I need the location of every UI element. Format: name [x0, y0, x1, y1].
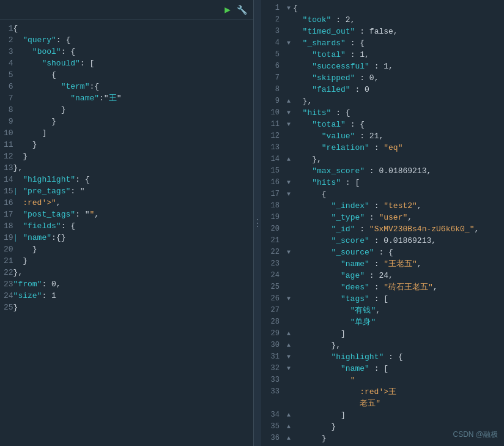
- right-code-line: 8 "failed" : 0: [261, 84, 504, 95]
- right-code-line: 6 "successful" : 1,: [261, 61, 504, 72]
- code-indent: [293, 154, 312, 165]
- line-number: 24: [261, 270, 284, 281]
- line-number: 31: [261, 351, 284, 363]
- right-code-line: 4▼ "_shards" : {: [261, 37, 504, 49]
- right-code-line: 2 "took" : 2,: [261, 14, 504, 26]
- line-number: 27: [261, 305, 284, 316]
- line-number: 15: [261, 165, 284, 177]
- fold-icon[interactable]: [284, 386, 293, 398]
- right-code-line: 33 ": [261, 374, 504, 386]
- fold-icon[interactable]: ▼: [284, 119, 293, 130]
- fold-icon[interactable]: ▼: [284, 177, 293, 188]
- right-code-line: 9▲ },: [261, 95, 504, 107]
- left-code-line: 25 }: [0, 302, 253, 313]
- fold-icon[interactable]: [284, 72, 293, 84]
- fold-icon[interactable]: [284, 26, 293, 37]
- code-indent: [293, 235, 331, 247]
- fold-icon[interactable]: [284, 281, 293, 293]
- line-number: 12: [261, 130, 284, 142]
- fold-icon[interactable]: ▲: [284, 340, 293, 351]
- line-number: 19: [261, 212, 284, 223]
- fold-icon[interactable]: [284, 316, 293, 328]
- fold-icon[interactable]: [284, 14, 293, 26]
- right-code-line: 23 "name" : "王老五",: [261, 258, 504, 270]
- fold-icon[interactable]: ▼: [284, 107, 293, 119]
- fold-icon[interactable]: [284, 223, 293, 235]
- fold-icon[interactable]: ▼: [284, 188, 293, 200]
- fold-icon[interactable]: [284, 49, 293, 61]
- fold-icon[interactable]: [284, 130, 293, 142]
- line-number: 6: [261, 61, 284, 72]
- fold-icon[interactable]: [284, 235, 293, 247]
- code-indent: [293, 84, 312, 95]
- left-code-line: 19 | "name":{}: [0, 232, 253, 243]
- play-icon[interactable]: ▶: [224, 4, 231, 16]
- left-code-line: 21 }: [0, 255, 253, 267]
- code-indent: [293, 421, 331, 433]
- right-code-line: 14▲ },: [261, 154, 504, 165]
- fold-icon[interactable]: [284, 142, 293, 154]
- code-indent: [293, 374, 350, 386]
- right-code-line: 16▼ "hits" : [: [261, 177, 504, 188]
- fold-icon[interactable]: ▲: [284, 409, 293, 421]
- code-indent: [293, 328, 341, 340]
- fold-icon[interactable]: ▼: [284, 37, 293, 49]
- fold-icon[interactable]: ▼: [284, 293, 293, 305]
- fold-icon[interactable]: [284, 270, 293, 281]
- left-code-line: 9 }: [0, 116, 253, 127]
- line-number: 16: [261, 177, 284, 188]
- fold-icon[interactable]: ▲: [284, 95, 293, 107]
- left-panel: ▶ 🔧 1 { 2 "query": { 3 "bool": { 4 "shou…: [0, 0, 254, 446]
- line-number: 1: [261, 2, 284, 14]
- fold-icon[interactable]: ▼: [284, 2, 293, 14]
- line-number: 26: [261, 293, 284, 305]
- left-code-line: 6 "term":{: [0, 81, 253, 92]
- wrench-icon[interactable]: 🔧: [237, 5, 247, 15]
- right-code-line: 1▼{: [261, 2, 504, 14]
- fold-icon[interactable]: [284, 305, 293, 316]
- fold-icon[interactable]: ▼: [284, 351, 293, 363]
- left-code-line: 5 {: [0, 69, 253, 81]
- right-panel: 1▼{2 "took" : 2,3 "timed_out" : false,4▼…: [261, 0, 504, 446]
- left-code-line: 22 },: [0, 267, 253, 278]
- fold-icon[interactable]: ▲: [284, 328, 293, 340]
- line-number: 33: [261, 374, 284, 386]
- left-code-line: 20 }: [0, 243, 253, 255]
- fold-icon[interactable]: [284, 84, 293, 95]
- code-indent: [293, 49, 312, 61]
- right-code-line: 29▲ ]: [261, 328, 504, 340]
- line-number: 25: [261, 281, 284, 293]
- right-code-line: 24 "age" : 24,: [261, 270, 504, 281]
- fold-icon[interactable]: ▼: [284, 363, 293, 374]
- fold-icon[interactable]: ▲: [284, 421, 293, 433]
- line-number: 33: [261, 386, 284, 398]
- fold-icon[interactable]: [284, 258, 293, 270]
- right-code-line: 12 "value" : 21,: [261, 130, 504, 142]
- fold-icon[interactable]: [284, 61, 293, 72]
- code-indent: [293, 433, 322, 444]
- fold-icon[interactable]: [284, 374, 293, 386]
- fold-icon[interactable]: [284, 212, 293, 223]
- right-code-line: 34▲ ]: [261, 409, 504, 421]
- left-code-line: 23 "from": 0,: [0, 278, 253, 290]
- left-code-line: 24 "size": 1: [0, 290, 253, 302]
- right-code-line: 15 "max_score" : 0.01869213,: [261, 165, 504, 177]
- left-code-line: 14 "highlight": {: [0, 174, 253, 185]
- right-code-line: 31▼ "highlight" : {: [261, 351, 504, 363]
- header-icons: ▶ 🔧: [224, 4, 247, 16]
- fold-icon[interactable]: ▼: [284, 247, 293, 258]
- line-number: 9: [261, 95, 284, 107]
- fold-icon[interactable]: ▲: [284, 154, 293, 165]
- watermark: CSDN @融极: [453, 429, 498, 440]
- fold-icon[interactable]: [284, 200, 293, 212]
- code-indent: [293, 363, 341, 374]
- code-indent: [293, 26, 303, 37]
- fold-icon[interactable]: ▲: [284, 433, 293, 444]
- line-number: 35: [261, 421, 284, 433]
- code-indent: [293, 340, 331, 351]
- left-code-line: 13 },: [0, 162, 253, 174]
- fold-icon[interactable]: [284, 165, 293, 177]
- line-number: 21: [261, 235, 284, 247]
- line-number: 5: [261, 49, 284, 61]
- code-indent: [293, 61, 312, 72]
